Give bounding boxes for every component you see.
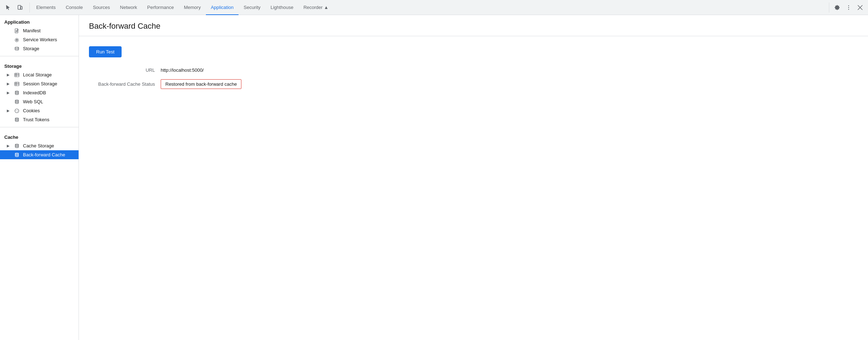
expand-local-storage[interactable]: ▶ <box>6 73 11 77</box>
toolbar-right <box>829 3 865 13</box>
page-title: Back-forward Cache <box>89 22 858 31</box>
svg-point-22 <box>17 111 18 112</box>
tab-console[interactable]: Console <box>61 0 88 15</box>
expand-cookies[interactable]: ▶ <box>6 109 11 113</box>
main-layout: Application Manifest <box>0 15 868 340</box>
svg-point-21 <box>16 110 16 111</box>
storage-icon <box>14 46 20 51</box>
db-icon-2 <box>14 99 20 104</box>
svg-point-19 <box>15 100 19 101</box>
svg-rect-1 <box>20 6 22 9</box>
web-sql-label: Web SQL <box>23 99 43 104</box>
cursor-icon[interactable] <box>3 3 13 13</box>
svg-point-18 <box>15 91 19 92</box>
status-row: Back-forward Cache Status Restored from … <box>89 79 858 89</box>
db-icon <box>14 90 20 95</box>
sidebar: Application Manifest <box>0 15 79 340</box>
tab-application[interactable]: Application <box>206 0 239 15</box>
svg-rect-5 <box>15 29 18 33</box>
cookies-label: Cookies <box>23 108 40 113</box>
sidebar-app-section: Application <box>0 15 79 26</box>
tab-memory[interactable]: Memory <box>179 0 206 15</box>
svg-point-26 <box>15 153 19 154</box>
url-label: URL <box>89 67 161 73</box>
service-workers-label: Service Workers <box>23 37 57 42</box>
tab-lighthouse[interactable]: Lighthouse <box>265 0 298 15</box>
svg-rect-14 <box>15 82 19 86</box>
svg-point-2 <box>848 5 849 6</box>
content-body: Run Test URL http://localhost:5000/ Back… <box>79 36 868 105</box>
status-label: Back-forward Cache Status <box>89 81 161 87</box>
divider-2 <box>0 127 79 127</box>
sidebar-item-back-forward-cache[interactable]: Back-forward Cache <box>0 150 79 159</box>
local-storage-label: Local Storage <box>23 72 52 77</box>
cache-storage-label: Cache Storage <box>23 143 54 148</box>
sidebar-storage-section: Storage <box>0 59 79 70</box>
back-forward-cache-label: Back-forward Cache <box>23 152 65 157</box>
sidebar-item-storage[interactable]: Storage <box>0 44 79 53</box>
tab-list: Elements Console Sources Network Perform… <box>31 0 827 15</box>
url-row: URL http://localhost:5000/ <box>89 67 858 73</box>
db-icon-3 <box>14 117 20 122</box>
device-icon[interactable] <box>15 3 25 13</box>
sidebar-item-web-sql[interactable]: Web SQL <box>0 97 79 106</box>
more-icon[interactable] <box>844 3 854 13</box>
sidebar-item-session-storage[interactable]: ▶ Session Storage <box>0 79 79 88</box>
svg-point-9 <box>15 47 19 48</box>
tab-network[interactable]: Network <box>115 0 142 15</box>
sidebar-item-manifest[interactable]: Manifest <box>0 26 79 35</box>
svg-point-24 <box>15 118 19 119</box>
indexeddb-label: IndexedDB <box>23 90 46 95</box>
run-test-button[interactable]: Run Test <box>89 46 122 57</box>
sidebar-item-service-workers[interactable]: Service Workers <box>0 35 79 44</box>
expand-cache-storage[interactable]: ▶ <box>6 144 11 148</box>
table-icon-2 <box>14 81 20 86</box>
trust-tokens-label: Trust Tokens <box>23 117 49 122</box>
divider-1 <box>0 56 79 56</box>
sidebar-item-indexeddb[interactable]: ▶ IndexedDB <box>0 88 79 97</box>
gear-icon <box>14 37 20 42</box>
tab-security[interactable]: Security <box>239 0 265 15</box>
svg-point-25 <box>15 144 19 145</box>
expand-indexeddb[interactable]: ▶ <box>6 91 11 95</box>
cookie-icon <box>14 108 20 113</box>
storage-label: Storage <box>23 46 39 51</box>
svg-point-20 <box>15 109 19 113</box>
expand-session-storage[interactable]: ▶ <box>6 82 11 86</box>
sidebar-item-local-storage[interactable]: ▶ Local Storage <box>0 70 79 79</box>
sidebar-item-cookies[interactable]: ▶ Cookies <box>0 106 79 115</box>
status-value: Restored from back-forward cache <box>161 79 241 89</box>
settings-icon[interactable] <box>832 3 842 13</box>
tab-performance[interactable]: Performance <box>142 0 179 15</box>
svg-point-3 <box>848 7 849 8</box>
svg-point-23 <box>17 110 18 110</box>
close-icon[interactable] <box>855 3 865 13</box>
toolbar-icons <box>3 3 30 13</box>
table-icon <box>14 72 20 77</box>
tab-recorder[interactable]: Recorder ▲ <box>298 0 334 15</box>
sidebar-item-cache-storage[interactable]: ▶ Cache Storage <box>0 141 79 150</box>
sidebar-cache-section: Cache <box>0 130 79 141</box>
tab-sources[interactable]: Sources <box>88 0 115 15</box>
manifest-label: Manifest <box>23 28 41 33</box>
sidebar-item-trust-tokens[interactable]: Trust Tokens <box>0 115 79 124</box>
content-area: Back-forward Cache Run Test URL http://l… <box>79 15 868 340</box>
db-icon-4 <box>14 143 20 148</box>
svg-rect-10 <box>15 73 19 77</box>
tab-elements[interactable]: Elements <box>31 0 61 15</box>
svg-point-4 <box>848 9 849 9</box>
content-header: Back-forward Cache <box>79 15 868 36</box>
session-storage-label: Session Storage <box>23 81 57 86</box>
db-icon-5 <box>14 152 20 157</box>
tab-bar: Elements Console Sources Network Perform… <box>0 0 868 15</box>
url-value: http://localhost:5000/ <box>161 67 204 73</box>
file-icon <box>14 28 20 33</box>
